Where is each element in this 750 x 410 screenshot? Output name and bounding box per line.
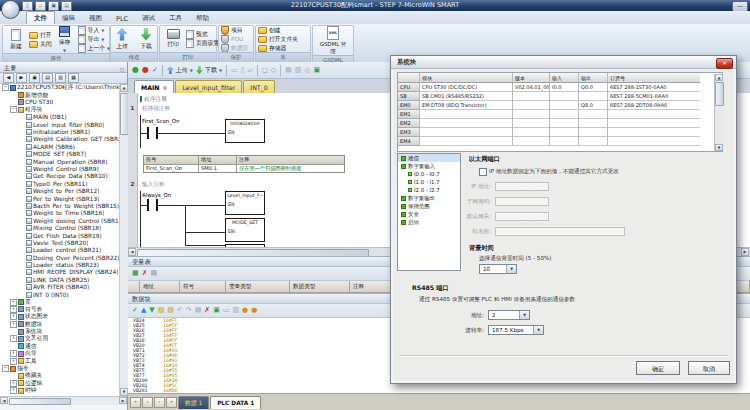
- editor-tab-MAIN[interactable]: MAIN×: [134, 80, 174, 93]
- tree-item[interactable]: 通信: [0, 343, 119, 350]
- chevron-down-icon[interactable]: ▼: [506, 265, 516, 273]
- delete-network-icon[interactable]: ▯: [241, 65, 245, 75]
- paste-icon[interactable]: ▤: [195, 306, 202, 315]
- next-bookmark-icon[interactable]: ◇: [271, 65, 276, 75]
- next-tab-icon[interactable]: ›: [154, 397, 165, 408]
- editor-tab-INT_0[interactable]: INT_0: [243, 80, 274, 93]
- new-window-icon[interactable]: ▣: [29, 73, 40, 83]
- delete-row-icon[interactable]: ✗: [142, 269, 148, 278]
- module-name-cell[interactable]: CPU ST30 (DC/DC/DC): [420, 83, 513, 92]
- undo-icon[interactable]: ↶: [177, 306, 183, 315]
- compile-icon[interactable]: ✓: [152, 65, 158, 75]
- tree-item[interactable]: MAIN (OB1): [0, 114, 119, 121]
- ribbon-tab-0[interactable]: 文件: [26, 11, 55, 24]
- upload-icon[interactable]: ▲: [141, 306, 146, 315]
- module-slot-button[interactable]: EM1: [398, 110, 420, 119]
- library-open-folder-button[interactable]: 打开文件夹: [258, 35, 298, 43]
- qat-open-icon[interactable]: ▱: [35, 1, 46, 11]
- zoom-icon[interactable]: ◎: [304, 65, 310, 75]
- tree-item[interactable]: Get_Flish_Data (SBR19): [0, 232, 119, 239]
- tree-item[interactable]: Weight_to_Per (SBR12): [0, 187, 119, 194]
- tree-item[interactable]: 新增功能: [0, 91, 119, 98]
- network2-comment[interactable]: 输入注释: [142, 181, 164, 189]
- dialog-title-bar[interactable]: 系统块: [391, 56, 736, 69]
- last-tab-icon[interactable]: »: [166, 397, 177, 408]
- library-create-button[interactable]: 创建: [258, 26, 298, 34]
- close-button[interactable]: 关闭: [29, 40, 52, 48]
- scroll-left-icon[interactable]: ◀: [0, 397, 8, 404]
- tree-vertical-scrollbar[interactable]: ▲ ▼: [119, 84, 128, 396]
- module-slot-button[interactable]: EM3: [398, 128, 420, 137]
- tree-item[interactable]: Vavle_Test (SBR20): [0, 239, 119, 246]
- scroll-down-icon[interactable]: ▼: [715, 144, 723, 151]
- tree-item[interactable]: +交叉引用: [0, 335, 119, 342]
- upload-toolbar-button[interactable]: 上传▼: [167, 66, 193, 75]
- settings-tree-item[interactable]: 通信: [398, 154, 460, 162]
- module-slot-button[interactable]: EM0: [398, 101, 420, 110]
- tree-expand-icon[interactable]: +: [10, 335, 17, 342]
- default-gateway-field[interactable]: . . .: [495, 212, 549, 221]
- qat-print-icon[interactable]: ▤: [61, 1, 72, 11]
- stop-icon[interactable]: ●: [142, 65, 149, 75]
- module-slot-button[interactable]: EM4: [398, 137, 420, 146]
- tree-item[interactable]: Weight_dosing_Control (SBR17): [0, 217, 119, 224]
- open-button[interactable]: 打开: [29, 31, 52, 39]
- module-slot-button[interactable]: SB: [398, 92, 420, 101]
- tab-close-icon[interactable]: ×: [162, 84, 167, 91]
- program-comment[interactable]: 程序注释: [140, 95, 167, 104]
- background-time-select[interactable]: 10 ▼: [479, 264, 517, 274]
- program-status-icon[interactable]: ▣: [313, 65, 320, 75]
- tree-item[interactable]: −22107CPUST30程序 (C:\Users\ThinkPa: [0, 84, 119, 91]
- save-button[interactable]: 保存 ▼: [54, 26, 76, 53]
- delete-icon[interactable]: ✗: [204, 306, 210, 315]
- tree-expand-icon[interactable]: −: [2, 84, 9, 91]
- protect-project-button[interactable]: 项目: [221, 26, 248, 34]
- tree-expand-icon[interactable]: +: [10, 387, 17, 394]
- module-name-cell[interactable]: SB CM01 (RS485/RS232): [420, 92, 513, 101]
- folder-view-icon[interactable]: ▥: [55, 73, 66, 83]
- rs485-address-select[interactable]: 2 ▼: [488, 310, 530, 320]
- library-memory-button[interactable]: 存储器: [258, 44, 298, 52]
- redo-icon[interactable]: ↷: [186, 306, 192, 315]
- module-name-cell[interactable]: [420, 110, 513, 119]
- download-toolbar-button[interactable]: 下载▼: [196, 66, 222, 75]
- ribbon-tab-3[interactable]: PLC: [109, 13, 135, 24]
- module-slot-button[interactable]: EM2: [398, 119, 420, 128]
- tree-item[interactable]: Bacth_Per_to_Weight (SBR15): [0, 202, 119, 209]
- tree-item[interactable]: Per_to_Weight (SBR13): [0, 195, 119, 202]
- page-icon[interactable]: ▤: [42, 73, 53, 83]
- scroll-right-icon[interactable]: ▶: [119, 397, 127, 404]
- ribbon-tab-2[interactable]: 视图: [82, 12, 109, 24]
- insert-row-icon[interactable]: ▦: [132, 269, 139, 278]
- tree-item[interactable]: INT_0 (INT0): [0, 291, 119, 298]
- tree-item[interactable]: Type0_Per (SBR11): [0, 180, 119, 187]
- tree-item[interactable]: 收藏夹: [0, 372, 119, 379]
- page-setup-button[interactable]: 页面设置: [186, 40, 219, 48]
- tree-item[interactable]: Get_Recipe_Data (SBR10): [0, 173, 119, 180]
- cancel-button[interactable]: 取消: [688, 361, 730, 375]
- tree-item[interactable]: Loader_control (SBR21): [0, 247, 119, 254]
- tree-expand-icon[interactable]: +: [10, 313, 17, 320]
- run-icon[interactable]: ●: [132, 65, 139, 75]
- scroll-right-icon[interactable]: ▶: [741, 248, 749, 256]
- ip-fixed-checkbox[interactable]: [479, 168, 487, 176]
- paste-icon[interactable]: ▤: [151, 269, 158, 278]
- tree-expand-icon[interactable]: +: [10, 321, 17, 328]
- network1-comment[interactable]: 程序段注释: [142, 105, 170, 113]
- module-name-cell[interactable]: EM DT08 (8DQ Transistor): [420, 101, 513, 110]
- key-icon[interactable]: ●: [242, 306, 248, 315]
- tree-horizontal-scrollbar[interactable]: ◀ ▶: [0, 396, 127, 405]
- ip-address-field[interactable]: . . .: [495, 182, 549, 191]
- contact-bar[interactable]: [147, 199, 149, 211]
- tree-item[interactable]: Weight_Control (SBR9): [0, 165, 119, 172]
- contact-bar[interactable]: [147, 127, 149, 139]
- module-table-scrollbar[interactable]: ▲ ▼: [714, 74, 724, 151]
- ribbon-tab-6[interactable]: 帮助: [189, 12, 216, 24]
- tree-item[interactable]: +库: [0, 298, 119, 305]
- station-name-field[interactable]: [495, 227, 625, 236]
- tree-item[interactable]: 系统块: [0, 328, 119, 335]
- back-icon[interactable]: ◀: [3, 73, 14, 83]
- subroutine-box[interactable]: MODE_SET EN: [225, 218, 265, 242]
- protect-data-page-button[interactable]: 数据页: [221, 44, 248, 52]
- tree-item[interactable]: −程序块: [0, 106, 119, 113]
